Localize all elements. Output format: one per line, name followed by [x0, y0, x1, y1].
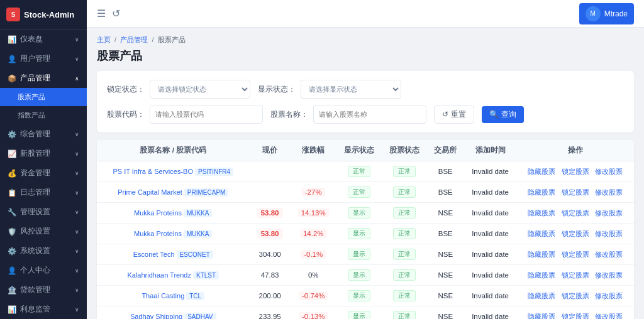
col-name: 股票名称 / 股票代码 — [97, 140, 250, 161]
sidebar-item-personal-center[interactable]: 👤 个人中心 ∨ — [0, 261, 87, 280]
cell-actions: 隐藏股票 锁定股票 修改股票 — [516, 286, 634, 306]
col-add-time: 添加时间 — [464, 140, 516, 161]
stock-name-input[interactable] — [313, 105, 426, 124]
sidebar-item-interest-management[interactable]: 📊 利息监管 ∨ — [0, 300, 87, 319]
stock-code-group: 股票代码： — [107, 105, 263, 124]
stock-name-link[interactable]: Prime Capital Market — [118, 188, 182, 196]
stock-name-link[interactable]: PS IT Infra & Services-BO — [113, 168, 193, 175]
lock-stock-link[interactable]: 锁定股票 — [562, 251, 589, 258]
user-name: Mtrade — [604, 9, 628, 18]
cell-price: 53.80 — [250, 203, 291, 224]
sidebar-item-fund-management[interactable]: 💰 资金管理 ∨ — [0, 163, 87, 183]
breadcrumb-home[interactable]: 主页 — [97, 36, 111, 43]
cell-display-status: 显示 — [336, 244, 382, 265]
sidebar-item-user-management[interactable]: 👤 用户管理 ∨ — [0, 49, 87, 68]
hide-stock-link[interactable]: 隐藏股票 — [528, 251, 555, 258]
lock-stock-link[interactable]: 锁定股票 — [562, 313, 589, 320]
cell-price: 53.80 — [250, 224, 291, 244]
lock-status-select[interactable]: 请选择锁定状态 — [150, 80, 250, 99]
sidebar-item-dashboard[interactable]: 📊 仪表盘 ∨ — [0, 30, 87, 49]
cell-exchange: NSE — [427, 244, 464, 265]
menu-toggle-icon[interactable]: ☰ — [97, 8, 106, 19]
sidebar-item-ipo-management[interactable]: 📈 新股管理 ∨ — [0, 144, 87, 163]
stock-name-link[interactable]: Thaai Casting — [142, 292, 184, 300]
change-value: -0.74% — [299, 291, 328, 300]
edit-stock-link[interactable]: 修改股票 — [595, 292, 623, 300]
lock-stock-link[interactable]: 锁定股票 — [562, 230, 589, 237]
edit-stock-link[interactable]: 修改股票 — [595, 251, 623, 258]
table-header-row: 股票名称 / 股票代码 现价 涨跌幅 显示状态 股票状态 交易所 添加时间 操作 — [97, 140, 634, 161]
reset-label: 重置 — [451, 109, 466, 120]
sidebar-item-product-management[interactable]: 📦 产品管理 ∧ — [0, 68, 87, 88]
reset-button[interactable]: ↺ 重置 — [434, 105, 474, 124]
cell-name: Thaai CastingTCL — [97, 286, 250, 306]
cell-change: 14.2% — [291, 224, 336, 244]
stock-name-link[interactable]: Kalahridhaan Trendz — [127, 271, 191, 279]
sidebar-subitem-stock-products[interactable]: 股票产品 — [0, 88, 87, 106]
user-icon: 👤 — [8, 55, 16, 63]
sidebar-label-index-products: 指数产品 — [18, 111, 45, 120]
chevron-down-icon: ∨ — [75, 36, 79, 43]
sidebar-item-risk-settings[interactable]: 🛡️ 风控设置 ∨ — [0, 222, 87, 241]
stock-code-input[interactable] — [150, 105, 263, 124]
sidebar-item-integrated-management[interactable]: ⚙️ 综合管理 ∨ — [0, 124, 87, 144]
reset-icon: ↺ — [442, 110, 448, 119]
cell-add-time: Invalid date — [464, 244, 516, 265]
lock-stock-link[interactable]: 锁定股票 — [562, 209, 589, 217]
sidebar-item-loan-management[interactable]: 🏦 贷款管理 ∨ — [0, 280, 87, 300]
hide-stock-link[interactable]: 隐藏股票 — [528, 168, 555, 175]
filter-row-2: 股票代码： 股票名称： ↺ 重置 🔍 查询 — [107, 105, 624, 124]
search-button[interactable]: 🔍 查询 — [482, 106, 524, 123]
col-exchange: 交易所 — [427, 140, 464, 161]
stock-name-link[interactable]: Mukka Proteins — [134, 209, 182, 217]
hide-stock-link[interactable]: 隐藏股票 — [528, 230, 555, 237]
sidebar-item-admin-settings[interactable]: 🔧 管理设置 ∨ — [0, 202, 87, 222]
breadcrumb-product[interactable]: 产品管理 — [120, 36, 148, 43]
stock-name-link[interactable]: Sadhav Shipping — [130, 313, 182, 320]
chevron-down-icon-9: ∨ — [75, 248, 79, 254]
sidebar-label-system: 系统设置 — [20, 246, 50, 256]
lock-stock-link[interactable]: 锁定股票 — [562, 188, 589, 196]
edit-stock-link[interactable]: 修改股票 — [595, 188, 623, 196]
loan-icon: 🏦 — [8, 286, 16, 295]
avatar: M — [586, 6, 601, 21]
lock-stock-link[interactable]: 锁定股票 — [562, 168, 589, 175]
cell-display-status: 显示 — [336, 224, 382, 244]
sidebar-subitem-index-products[interactable]: 指数产品 — [0, 106, 87, 124]
sidebar-label-dashboard: 仪表盘 — [20, 35, 43, 44]
edit-stock-link[interactable]: 修改股票 — [595, 209, 623, 217]
sidebar-label-integrated: 综合管理 — [20, 129, 50, 139]
cell-add-time: Invalid date — [464, 265, 516, 286]
edit-stock-link[interactable]: 修改股票 — [595, 313, 623, 320]
chevron-up-icon: ∧ — [75, 75, 79, 82]
user-button[interactable]: M Mtrade — [579, 3, 634, 24]
stock-name-link[interactable]: Esconet Tech — [133, 251, 175, 258]
integrated-icon: ⚙️ — [8, 130, 16, 139]
change-value: 14.13% — [298, 208, 329, 217]
col-actions: 操作 — [516, 140, 634, 161]
sidebar-item-log-management[interactable]: 📋 日志管理 ∨ — [0, 183, 87, 202]
breadcrumb: 主页 / 产品管理 / 股票产品 — [97, 35, 634, 45]
hide-stock-link[interactable]: 隐藏股票 — [528, 271, 555, 279]
edit-stock-link[interactable]: 修改股票 — [595, 168, 623, 175]
sidebar-item-system-settings[interactable]: ⚙️ 系统设置 ∨ — [0, 241, 87, 261]
display-status-select[interactable]: 请选择显示状态 — [301, 80, 401, 99]
cell-stock-status: 正常 — [382, 203, 427, 224]
cell-display-status: 显示 — [336, 286, 382, 306]
stock-table: 股票名称 / 股票代码 现价 涨跌幅 显示状态 股票状态 交易所 添加时间 操作… — [97, 140, 634, 319]
chevron-down-icon-6: ∨ — [75, 190, 79, 196]
hide-stock-link[interactable]: 隐藏股票 — [528, 292, 555, 300]
lock-stock-link[interactable]: 锁定股票 — [562, 271, 589, 279]
edit-stock-link[interactable]: 修改股票 — [595, 271, 623, 279]
edit-stock-link[interactable]: 修改股票 — [595, 230, 623, 237]
lock-stock-link[interactable]: 锁定股票 — [562, 292, 589, 300]
hide-stock-link[interactable]: 隐藏股票 — [528, 313, 555, 320]
stock-name-link[interactable]: Mukka Proteins — [134, 230, 182, 237]
chevron-down-icon-8: ∨ — [75, 229, 79, 235]
stock-code-badge: KTLST — [193, 271, 219, 279]
main-content: ☰ ↺ M Mtrade 主页 / 产品管理 / 股票产品 股票产品 锁定状态： — [87, 0, 644, 319]
stock-status-badge: 正常 — [393, 207, 416, 219]
refresh-icon[interactable]: ↺ — [112, 8, 120, 19]
hide-stock-link[interactable]: 隐藏股票 — [528, 188, 555, 196]
hide-stock-link[interactable]: 隐藏股票 — [528, 209, 555, 217]
